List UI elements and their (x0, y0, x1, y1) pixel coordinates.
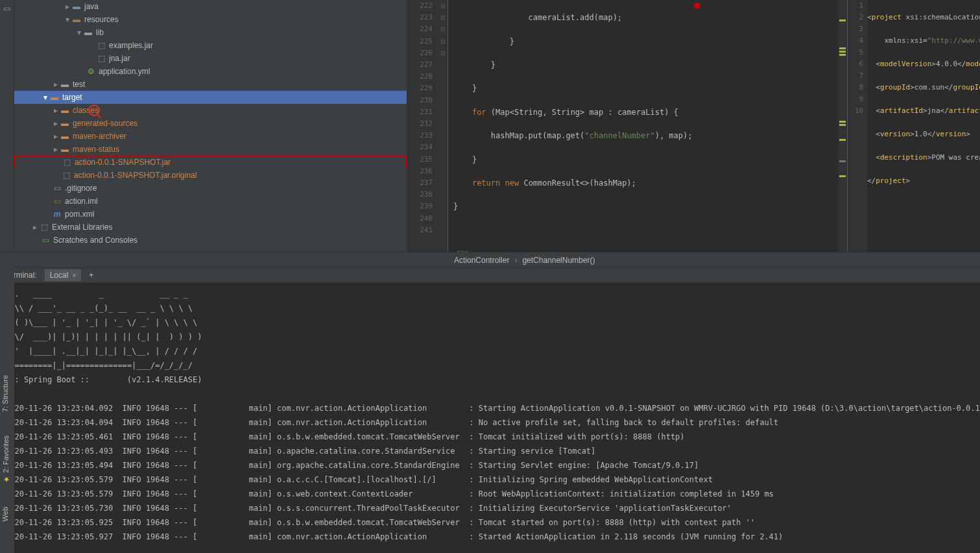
tree-label: test (73, 80, 85, 89)
jar-icon: ⬚ (96, 41, 106, 50)
tree-label: action.iml (65, 197, 98, 206)
error-stripe[interactable] (838, 0, 847, 252)
maven-icon: m (52, 210, 62, 219)
terminal-tab-local[interactable]: Local × (45, 269, 82, 281)
folder-icon: ▬ (83, 28, 93, 37)
tree-item-external-libs[interactable]: ▸⬚External Libraries (14, 221, 407, 234)
project-tool-icon[interactable]: ▭ (3, 4, 10, 13)
tree-label: examples.jar (109, 41, 153, 50)
resources-folder-icon: ▬ (71, 15, 82, 24)
tab-label: Local (50, 271, 69, 280)
tree-item-generated-sources[interactable]: ▸▬generated-sources (14, 117, 407, 130)
xml-code[interactable]: <project xsi:schemaLocation= xmlns:xsi="… (867, 0, 980, 252)
chevron-right-icon: › (514, 256, 517, 265)
folder-icon: ▬ (60, 80, 70, 89)
tree-item-classes[interactable]: ▸▬classes (14, 104, 407, 117)
folder-icon: ▬ (60, 106, 70, 115)
tree-item-gitignore[interactable]: ▭.gitignore (14, 182, 407, 195)
tree-item-jna-jar[interactable]: ⬚jna.jar (14, 52, 407, 65)
tree-item-resources[interactable]: ▾▬resources (14, 13, 407, 26)
project-tree[interactable]: ▸▬java ▾▬resources ▾▬lib ⬚examples.jar ⬚… (14, 0, 407, 252)
code-content[interactable]: cameraList.add(map); } } } for (Map<Stri… (448, 0, 838, 252)
breadcrumb-method[interactable]: getChannelNumber() (522, 256, 595, 265)
tree-label: maven-status (73, 145, 119, 154)
side-tab-structure[interactable]: 7: Structure (0, 370, 10, 417)
line-number-gutter: 2222232242252262272282292302312322332342… (407, 0, 438, 252)
tree-item-java[interactable]: ▸▬java (14, 0, 407, 13)
side-tab-favorites[interactable]: ★2: Favorites (0, 430, 11, 489)
file-icon: ▭ (52, 184, 62, 193)
close-icon[interactable]: × (72, 272, 76, 279)
tree-label: action-0.0.1-SNAPSHOT.jar (75, 158, 171, 167)
tree-item-action-iml[interactable]: ▭action.iml (14, 195, 407, 208)
tree-label: resources (84, 15, 119, 24)
tree-label: target (62, 93, 82, 102)
folder-icon: ▬ (60, 145, 70, 154)
tree-label: External Libraries (52, 223, 112, 232)
excluded-folder-icon: ▬ (49, 93, 60, 102)
tree-item-scratches[interactable]: ▭Scratches and Consoles (14, 234, 407, 247)
left-tool-gutter: ▭ (0, 0, 14, 252)
tree-label: maven-archiver (73, 132, 126, 141)
error-indicator-icon[interactable] (694, 3, 700, 9)
terminal-tab-bar: Terminal: Local × + (0, 267, 980, 283)
editor[interactable]: 2222232242252262272282292302312322332342… (407, 0, 847, 252)
tree-label: Scratches and Consoles (53, 236, 137, 245)
magnify-overlay-icon (88, 104, 100, 116)
terminal-output[interactable]: . ____ _ __ _ _ /\\ / ___'_ __ _ _(_)_ _… (0, 283, 980, 553)
tree-label: action-0.0.1-SNAPSHOT.jar.original (74, 171, 197, 180)
tree-label: java (84, 2, 99, 11)
tree-label: application.yml (99, 67, 150, 76)
add-terminal-button[interactable]: + (84, 269, 99, 281)
breadcrumb[interactable]: ActionController › getChannelNumber() (0, 252, 980, 267)
side-tab-web[interactable]: Web (0, 502, 10, 526)
tree-label: jna.jar (109, 54, 130, 63)
tree-label: .gitignore (65, 184, 97, 193)
fold-gutter[interactable]: ⊟⊟⊟⊟⊟ (438, 0, 448, 252)
folder-icon: ▬ (60, 132, 70, 141)
tree-item-snapshot-orig[interactable]: ⬚action-0.0.1-SNAPSHOT.jar.original (14, 169, 407, 182)
tree-item-pom-xml[interactable]: mpom.xml (14, 208, 407, 221)
tree-item-test[interactable]: ▸▬test (14, 78, 407, 91)
tree-item-target[interactable]: ▾▬target (14, 91, 407, 104)
jar-icon: ⬚ (62, 158, 72, 167)
folder-icon: ▬ (71, 2, 82, 11)
tree-label: pom.xml (65, 210, 94, 219)
breadcrumb-class[interactable]: ActionController (454, 256, 509, 265)
tree-item-lib[interactable]: ▾▬lib (14, 26, 407, 39)
tree-item-snapshot-jar[interactable]: ⬚action-0.0.1-SNAPSHOT.jar (14, 156, 407, 169)
folder-icon: ▬ (60, 119, 70, 128)
scratches-icon: ▭ (40, 236, 51, 245)
file-icon: ⬚ (61, 171, 71, 180)
tree-label: lib (96, 28, 104, 37)
xml-line-gutter: 12345678910 (848, 0, 867, 252)
iml-icon: ▭ (52, 197, 62, 206)
tree-label: generated-sources (73, 119, 137, 128)
left-side-tabs: 7: Structure ★2: Favorites Web (0, 260, 14, 553)
tree-item-application-yml[interactable]: ⚙application.yml (14, 65, 407, 78)
tree-item-maven-archiver[interactable]: ▸▬maven-archiver (14, 130, 407, 143)
tree-item-examples-jar[interactable]: ⬚examples.jar (14, 39, 407, 52)
xml-preview-editor[interactable]: 12345678910 <project xsi:schemaLocation=… (847, 0, 980, 252)
yml-icon: ⚙ (86, 67, 96, 76)
jar-icon: ⬚ (96, 54, 106, 63)
tree-item-maven-status[interactable]: ▸▬maven-status (14, 143, 407, 156)
library-icon: ⬚ (39, 223, 49, 232)
